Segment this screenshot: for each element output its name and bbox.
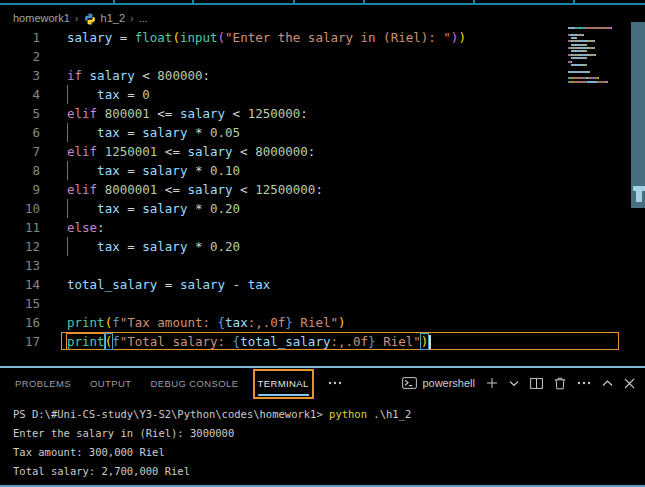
python-icon [84,13,96,25]
code-text: tax = 0 [67,85,150,104]
breadcrumb-symbol[interactable]: ... [139,12,148,24]
code-text: print(f"Total salary: {total_salary:,.0f… [67,332,431,351]
line-number: 10 [0,199,40,218]
more-actions-icon[interactable] [577,381,591,385]
code-line[interactable]: 2 [0,47,645,66]
line-number: 16 [0,313,40,332]
code-line[interactable]: 9elif 8000001 <= salary < 12500000: [0,180,645,199]
breadcrumb-separator: › [75,12,79,24]
code-text: elif 8000001 <= salary < 12500000: [67,180,323,199]
tab-divider [293,0,295,5]
close-panel-icon[interactable] [624,378,635,389]
code-editor[interactable]: 1salary = float(input("Enter the salary … [0,26,645,366]
kill-terminal-button[interactable] [554,377,566,390]
code-text: elif 800001 <= salary < 1250000: [67,104,308,123]
line-number: 4 [0,85,40,104]
code-line[interactable]: 7elif 1250001 <= salary < 8000000: [0,142,645,161]
panel-tabs-more-icon[interactable] [328,381,342,385]
breadcrumb: homework1 › h1_2 › ... [0,10,645,26]
clipped-edge-widget [633,186,645,202]
shell-label: powershell [422,377,475,389]
line-number: 9 [0,180,40,199]
code-text: tax = salary * 0.20 [67,237,240,256]
breadcrumb-separator: › [130,12,134,24]
line-number: 7 [0,142,40,161]
line-number: 11 [0,218,40,237]
code-line[interactable]: 8 tax = salary * 0.10 [0,161,645,180]
line-number: 12 [0,237,40,256]
shell-selector[interactable]: powershell [402,377,475,389]
edge-widget-stem [636,191,642,202]
terminal-output: PS D:\#Uni-CS-study\Y3-S2\Python\codes\h… [0,398,645,481]
editor-scrollbar[interactable] [631,22,645,208]
text-cursor [429,335,431,349]
code-line[interactable]: 13 [0,256,645,275]
line-number: 6 [0,123,40,142]
line-number: 15 [0,294,40,313]
code-line[interactable]: 6 tax = salary * 0.05 [0,123,645,142]
code-line[interactable]: 16print(f"Tax amount: {tax:,.0f} Riel") [0,313,645,332]
code-text: if salary < 800000: [67,66,210,85]
code-area[interactable]: 1salary = float(input("Enter the salary … [0,28,645,351]
code-line[interactable]: 12 tax = salary * 0.20 [0,237,645,256]
terminal-line: Total salary: 2,700,000 Riel [13,462,645,481]
powershell-icon [402,377,417,389]
split-terminal-button[interactable] [530,378,543,389]
code-text: total_salary = salary - tax [67,275,270,294]
code-line[interactable]: 10 tax = salary * 0.20 [0,199,645,218]
maximize-panel-button[interactable] [602,380,613,387]
code-text: salary = float(input("Enter the salary i… [67,28,466,47]
code-line[interactable]: 5elif 800001 <= salary < 1250000: [0,104,645,123]
panel-header: PROBLEMSOUTPUTDEBUG CONSOLETERMINAL powe… [0,368,645,398]
terminal-line: Enter the salary in (Riel): 3000000 [13,424,645,443]
code-line[interactable]: 17print(f"Total salary: {total_salary:,.… [0,332,645,351]
terminal[interactable]: PS D:\#Uni-CS-study\Y3-S2\Python\codes\h… [0,398,645,487]
panel-tab-debug-console[interactable]: DEBUG CONSOLE [150,378,238,389]
code-line[interactable]: 14total_salary = salary - tax [0,275,645,294]
line-number: 3 [0,66,40,85]
panel-actions: powershell [402,368,635,398]
line-number: 2 [0,47,40,66]
tab-bar-remnant [0,0,645,10]
line-number: 8 [0,161,40,180]
line-number: 1 [0,28,40,47]
panel-tab-terminal[interactable]: TERMINAL [258,378,309,389]
vscode-window: homework1 › h1_2 › ... 1salary = float(i… [0,0,645,487]
line-number: 14 [0,275,40,294]
terminal-dropdown-button[interactable] [509,380,519,387]
panel-tabs: PROBLEMSOUTPUTDEBUG CONSOLETERMINAL [15,368,342,398]
breadcrumb-folder[interactable]: homework1 [13,12,70,24]
tab-divider [113,0,115,5]
tab-bar-line [0,3,645,5]
line-number: 5 [0,104,40,123]
code-text: tax = salary * 0.20 [67,199,240,218]
code-line[interactable]: 4 tax = 0 [0,85,645,104]
minimap[interactable] [568,27,628,147]
code-line[interactable]: 11else: [0,218,645,237]
code-text: elif 1250001 <= salary < 8000000: [67,142,315,161]
terminal-line: PS D:\#Uni-CS-study\Y3-S2\Python\codes\h… [13,405,645,424]
code-text: tax = salary * 0.10 [67,161,240,180]
tab-divider [573,0,575,5]
breadcrumb-file[interactable]: h1_2 [101,12,125,24]
line-number: 13 [0,256,40,275]
panel-tab-problems[interactable]: PROBLEMS [15,378,71,389]
new-terminal-button[interactable] [486,377,498,389]
code-text: tax = salary * 0.05 [67,123,240,142]
code-line[interactable]: 15 [0,294,645,313]
tab-divider [192,0,194,5]
tab-divider [473,0,475,5]
code-line[interactable]: 3if salary < 800000: [0,66,645,85]
code-text: print(f"Tax amount: {tax:,.0f} Riel") [67,313,346,332]
line-number: 17 [0,332,40,351]
panel-tab-output[interactable]: OUTPUT [90,378,131,389]
terminal-line: Tax amount: 300,000 Riel [13,443,645,462]
tab-divider [363,0,365,5]
code-line[interactable]: 1salary = float(input("Enter the salary … [0,28,645,47]
code-text: else: [67,218,105,237]
bottom-panel: PROBLEMSOUTPUTDEBUG CONSOLETERMINAL powe… [0,368,645,487]
